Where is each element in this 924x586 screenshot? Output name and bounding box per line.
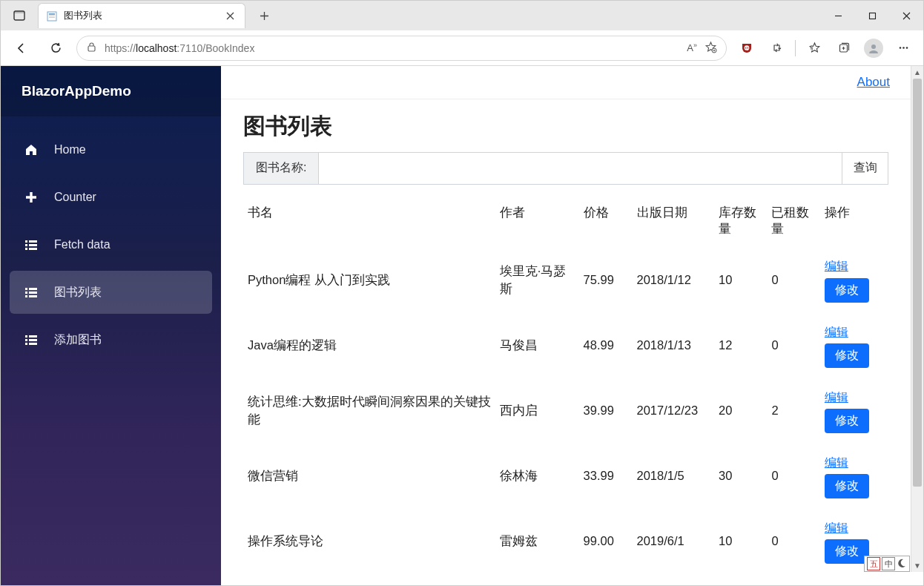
- table-row: 操作系统导论雷姆兹99.002019/6/1100编辑修改: [243, 509, 888, 574]
- svg-rect-23: [29, 288, 37, 290]
- cell-date: 2017/12/23: [633, 378, 715, 444]
- edit-link[interactable]: 编辑: [825, 454, 848, 471]
- svg-rect-16: [25, 240, 27, 243]
- scroll-down-arrow[interactable]: ▼: [911, 559, 923, 572]
- list-icon: [23, 332, 39, 348]
- url-field[interactable]: https://localhost:7110/BookIndex A»: [76, 36, 727, 61]
- brand-title[interactable]: BlazorAppDemo: [1, 66, 221, 116]
- collections-icon[interactable]: [831, 36, 857, 61]
- favorite-icon[interactable]: [704, 41, 717, 56]
- sidebar-item-0[interactable]: Home: [10, 128, 212, 171]
- ublock-icon[interactable]: [734, 36, 759, 61]
- sidebar-item-label: 图书列表: [54, 285, 102, 300]
- cell-date: 2018/1/13: [633, 313, 715, 378]
- cell-author: 埃里克·马瑟斯: [495, 247, 579, 312]
- sidebar-item-1[interactable]: Counter: [10, 176, 212, 219]
- maximize-button[interactable]: [855, 4, 889, 27]
- cell-stock: 30: [714, 444, 767, 509]
- table-header: 出版日期: [633, 198, 715, 248]
- svg-rect-19: [29, 244, 37, 246]
- svg-rect-33: [29, 343, 37, 345]
- sidebar: BlazorAppDemo HomeCounterFetch data图书列表添…: [1, 66, 221, 585]
- svg-rect-26: [25, 295, 27, 297]
- plus-icon: [23, 189, 39, 205]
- cell-author: 梁桐铭: [495, 574, 579, 585]
- svg-rect-22: [25, 288, 27, 290]
- favicon-icon: [46, 10, 58, 22]
- favorites-bar-icon[interactable]: [802, 36, 827, 61]
- edit-link[interactable]: 编辑: [825, 323, 848, 340]
- minimize-button[interactable]: [821, 4, 855, 27]
- back-button[interactable]: [8, 35, 35, 62]
- sidebar-item-2[interactable]: Fetch data: [10, 223, 212, 266]
- cell-author: 马俊昌: [495, 313, 579, 378]
- sidebar-item-3[interactable]: 图书列表: [10, 271, 212, 314]
- tab-close-button[interactable]: [222, 9, 237, 24]
- modify-button[interactable]: 修改: [825, 278, 869, 303]
- ime-indicator[interactable]: 五 中: [864, 556, 910, 572]
- table-row: 微信营销徐林海33.992018/1/5300编辑修改: [243, 444, 888, 509]
- site-lock-icon: [86, 42, 97, 55]
- edit-link[interactable]: 编辑: [825, 389, 848, 406]
- svg-rect-21: [29, 248, 37, 250]
- extensions-icon[interactable]: [764, 36, 789, 61]
- cell-rented: 0: [767, 574, 819, 585]
- cell-rented: 2: [767, 378, 819, 444]
- cell-title: Python编程 从入门到实践: [243, 247, 495, 312]
- svg-rect-25: [29, 292, 37, 294]
- profile-avatar[interactable]: [861, 36, 886, 61]
- ime-mode-b: 中: [882, 557, 895, 570]
- edit-link[interactable]: 编辑: [825, 519, 848, 536]
- more-menu-button[interactable]: [891, 36, 916, 61]
- tab-overview-button[interactable]: [7, 3, 32, 28]
- window-controls: [821, 1, 923, 30]
- browser-tab[interactable]: 图书列表: [38, 3, 245, 28]
- cell-price: 39.99: [579, 378, 633, 444]
- about-link[interactable]: About: [857, 75, 890, 90]
- new-tab-button[interactable]: [253, 4, 275, 27]
- close-window-button[interactable]: [889, 4, 923, 27]
- scroll-thumb[interactable]: [913, 79, 922, 487]
- svg-rect-10: [811, 46, 812, 50]
- refresh-button[interactable]: [42, 35, 69, 62]
- cell-title: 统计思维:大数据时代瞬间洞察因果的关键技能: [243, 378, 495, 444]
- table-header: 作者: [495, 198, 579, 248]
- cell-price: 33.99: [579, 444, 633, 509]
- cell-title: 深入浅出 ASP.NET Core: [243, 574, 495, 585]
- table-header: 书名: [243, 198, 495, 248]
- sidebar-item-4[interactable]: 添加图书: [10, 318, 212, 361]
- cell-stock: 10: [714, 247, 767, 312]
- cell-price: 48.99: [579, 313, 633, 378]
- cell-stock: 10: [714, 509, 767, 574]
- modify-button[interactable]: 修改: [825, 474, 869, 498]
- search-input[interactable]: [319, 153, 842, 184]
- modify-button[interactable]: 修改: [825, 539, 869, 564]
- table-header: 已租数量: [767, 198, 819, 248]
- scroll-up-arrow[interactable]: ▲: [911, 66, 923, 79]
- cell-date: 2019/6/1: [633, 509, 715, 574]
- svg-rect-4: [49, 16, 55, 16]
- cell-rented: 0: [767, 444, 819, 509]
- svg-rect-1: [14, 11, 24, 13]
- cell-title: 操作系统导论: [243, 509, 495, 574]
- sidebar-item-label: Counter: [54, 191, 96, 204]
- edit-link[interactable]: 编辑: [825, 257, 848, 274]
- cell-author: 徐林海: [495, 444, 579, 509]
- search-button[interactable]: 查询: [842, 153, 888, 184]
- cell-author: 西内启: [495, 378, 579, 444]
- modify-button[interactable]: 修改: [825, 343, 869, 368]
- table-row: Python编程 从入门到实践埃里克·马瑟斯75.992018/1/12100编…: [243, 247, 888, 312]
- address-bar: https://localhost:7110/BookIndex A»: [1, 30, 923, 66]
- table-header: 价格: [579, 198, 633, 248]
- read-aloud-icon[interactable]: A»: [687, 42, 697, 53]
- cell-stock: 30: [714, 574, 767, 585]
- list-icon: [23, 237, 39, 253]
- cell-rented: 0: [767, 509, 819, 574]
- vertical-scrollbar[interactable]: ▲ ▼: [911, 66, 923, 572]
- modify-button[interactable]: 修改: [825, 409, 869, 433]
- home-icon: [23, 142, 39, 158]
- main-area: About 图书列表 图书名称: 查询 书名作者价格出版日期库存数量已租数量操作…: [221, 66, 911, 585]
- sidebar-item-label: Fetch data: [54, 238, 110, 251]
- edit-link[interactable]: 编辑: [825, 585, 848, 585]
- svg-rect-18: [25, 244, 27, 246]
